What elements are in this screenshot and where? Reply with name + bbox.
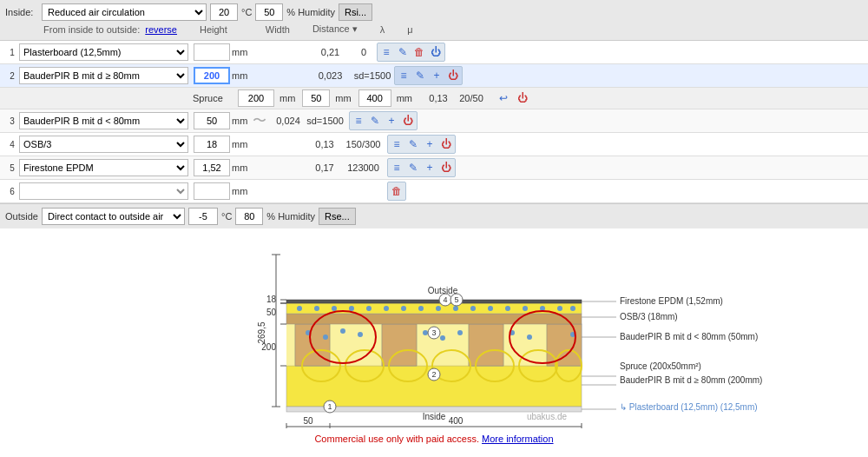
power-icon[interactable]: ⏻ xyxy=(428,44,444,60)
sub-unit2: mm xyxy=(333,93,351,103)
sub-lambda: 0,13 xyxy=(416,93,450,103)
layer-osb xyxy=(286,314,582,324)
outside-temp-input[interactable] xyxy=(188,208,218,225)
layer-lambda: 0,13 xyxy=(303,139,339,149)
ubakude-label: ubakus.de xyxy=(527,412,568,421)
layer-material-select[interactable]: BauderPIR B mit d ≥ 80mm xyxy=(19,67,188,84)
layer-material-select[interactable]: OSB/3 xyxy=(19,136,188,153)
delete-icon[interactable]: 🗑 xyxy=(389,183,404,199)
inside-temp-input[interactable] xyxy=(210,3,238,21)
menu-icon[interactable]: ≡ xyxy=(351,113,366,129)
diagram-svg: 269,5 xyxy=(9,237,859,428)
svg-point-13 xyxy=(332,306,337,311)
menu-icon[interactable]: ≡ xyxy=(389,136,404,152)
svg-point-20 xyxy=(453,306,458,311)
commercial-notice: Commercial use only with paid access. Mo… xyxy=(9,428,859,449)
layer-height-input[interactable] xyxy=(194,182,230,200)
label-osb: OSB/3 (18mm) xyxy=(620,312,678,321)
inside-diagram-label: Inside xyxy=(423,412,446,421)
label-epdm: Firestone EPDM (1,52mm) xyxy=(620,296,723,306)
svg-point-24 xyxy=(523,306,528,311)
inside-humidity-input[interactable] xyxy=(255,3,283,21)
dim-50-side: 50 xyxy=(266,308,277,317)
sub-undo-icon[interactable]: ↩ xyxy=(496,90,511,106)
layer-num: 3 xyxy=(5,116,19,126)
layer-height-input[interactable] xyxy=(194,112,230,129)
svg-rect-10 xyxy=(547,324,582,366)
reverse-link[interactable]: reverse xyxy=(145,24,177,35)
power-icon[interactable]: ⏻ xyxy=(400,113,416,129)
outside-humidity-unit: % Humidity xyxy=(266,211,315,222)
layer-unit: mm xyxy=(230,116,251,126)
sub-power-icon[interactable]: ⏻ xyxy=(515,90,530,106)
layer-mu: sd=1500 xyxy=(351,70,394,81)
layer-epdm xyxy=(286,300,582,303)
delete-icon[interactable]: 🗑 xyxy=(411,44,427,60)
more-info-link[interactable]: More information xyxy=(482,434,554,444)
layer-height-input[interactable] xyxy=(194,67,230,84)
layer-num: 2 xyxy=(5,71,19,81)
svg-point-22 xyxy=(488,306,493,311)
circle-label-5: 5 xyxy=(454,295,458,304)
svg-point-29 xyxy=(323,334,328,340)
add-icon[interactable]: + xyxy=(422,160,437,176)
svg-rect-8 xyxy=(382,324,417,366)
col-header-distance[interactable]: Distance ▾ xyxy=(312,23,358,35)
edit-icon[interactable]: ✎ xyxy=(405,136,421,152)
layer-unit: mm xyxy=(230,162,251,173)
edit-icon[interactable]: ✎ xyxy=(367,113,383,129)
outside-condition-select[interactable]: Direct contact to outside air xyxy=(42,208,185,225)
edit-icon[interactable]: ✎ xyxy=(405,160,421,176)
layer-material-select[interactable]: Plasterboard (12,5mm) xyxy=(19,43,188,61)
svg-point-12 xyxy=(314,306,319,311)
outside-row: Outside Direct contact to outside air °C… xyxy=(0,203,868,228)
power-icon[interactable]: ⏻ xyxy=(438,136,454,152)
svg-point-21 xyxy=(470,306,476,311)
rse-button[interactable]: Rse... xyxy=(319,208,356,225)
sub-dist-input[interactable] xyxy=(358,89,391,107)
layer-lambda: 0,023 xyxy=(303,70,351,81)
layer-material-select[interactable]: BauderPIR B mit d < 80mm xyxy=(19,112,188,129)
dim-400-bottom: 400 xyxy=(449,416,464,426)
edit-icon[interactable]: ✎ xyxy=(412,68,428,83)
layer-height-input[interactable] xyxy=(194,136,230,153)
svg-point-36 xyxy=(527,334,532,340)
svg-point-16 xyxy=(384,306,389,311)
svg-point-26 xyxy=(557,306,562,311)
svg-point-31 xyxy=(358,332,363,337)
edit-icon[interactable]: ✎ xyxy=(395,44,411,60)
layer-height-input[interactable] xyxy=(194,43,230,61)
layer-material-select[interactable]: Firestone EPDM xyxy=(19,159,188,176)
layer-row: 6 mm 🗑 xyxy=(0,180,868,203)
layer-row: 2 BauderPIR B mit d ≥ 80mm mm 0,023 sd=1… xyxy=(0,64,868,88)
svg-point-33 xyxy=(440,335,445,341)
svg-point-23 xyxy=(505,306,510,311)
inside-condition-select[interactable]: Reduced air circulation xyxy=(42,3,207,21)
add-icon[interactable]: + xyxy=(384,113,399,129)
svg-point-34 xyxy=(457,330,463,335)
menu-icon[interactable]: ≡ xyxy=(378,44,394,60)
layer-material-select[interactable] xyxy=(19,182,188,200)
layer-mu: 150/300 xyxy=(339,139,387,149)
label-spruce: Spruce (200x50mm²) xyxy=(620,361,701,371)
menu-icon[interactable]: ≡ xyxy=(396,68,411,83)
outside-label: Outside xyxy=(5,211,38,222)
add-icon[interactable]: + xyxy=(429,68,444,83)
layer-height-input[interactable] xyxy=(194,159,230,176)
col-header-mu: μ xyxy=(407,24,412,35)
add-icon[interactable]: + xyxy=(422,136,437,152)
power-icon[interactable]: ⏻ xyxy=(438,160,454,176)
sub-width-input[interactable] xyxy=(302,89,330,107)
layer-lambda: 0,21 xyxy=(303,47,351,57)
sub-label-spruce: Spruce xyxy=(193,93,226,103)
dim-18: 18 xyxy=(266,295,277,304)
svg-point-18 xyxy=(418,306,424,311)
rsi-button[interactable]: Rsi... xyxy=(339,3,372,21)
sub-height-input[interactable] xyxy=(238,89,274,107)
svg-point-11 xyxy=(297,306,302,311)
power-icon[interactable]: ⏻ xyxy=(445,68,461,83)
menu-icon[interactable]: ≡ xyxy=(389,160,404,176)
circle-label-4: 4 xyxy=(443,295,447,304)
outside-humidity-input[interactable] xyxy=(235,208,263,225)
svg-point-19 xyxy=(436,306,441,311)
